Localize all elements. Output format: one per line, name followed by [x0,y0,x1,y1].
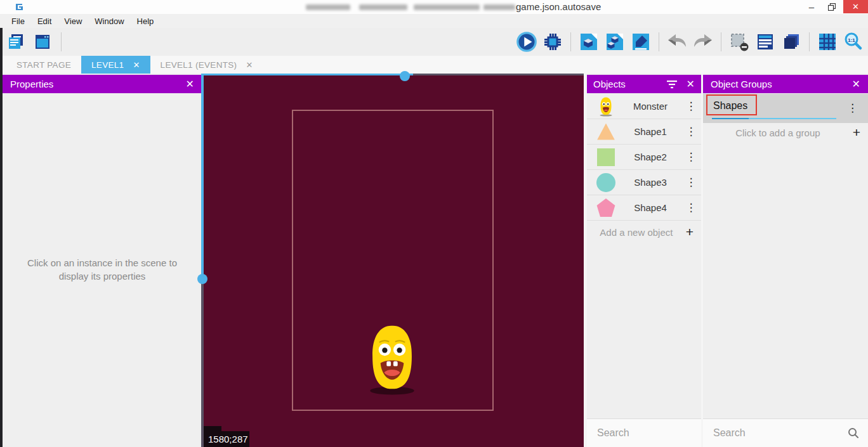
triangle-thumbnail-icon [596,122,616,142]
open-properties-panel-icon[interactable] [630,31,652,53]
input-underline [712,118,749,119]
objects-search-bar [587,418,701,447]
object-groups-close-icon[interactable]: ✕ [852,78,860,90]
objects-close-icon[interactable]: ✕ [687,78,695,90]
group-name-edit-row: ⋮ [703,94,868,123]
window-title: game.json.autosave [516,1,601,12]
groups-search-input[interactable] [703,427,848,439]
add-group-button[interactable]: Click to add a group + [703,123,868,142]
input-underline [749,118,836,119]
search-icon [848,427,859,439]
object-name: Shape2 [616,152,685,162]
object-menu-icon[interactable]: ⋮ [685,201,697,214]
gdevelop-logo-icon [14,2,24,12]
plus-icon: + [686,224,694,240]
objects-panel-title: Objects [593,79,626,89]
object-row-shape1[interactable]: Shape1 ⋮ [587,119,701,145]
horizontal-scrollbar-handle[interactable] [400,71,410,81]
cursor-coordinates-step [204,426,221,431]
debugger-icon[interactable] [542,31,563,53]
redo-icon[interactable] [692,31,714,53]
cursor-coordinates: 1580;287 [204,431,249,447]
object-row-shape3[interactable]: Shape3 ⋮ [587,170,701,195]
toolbar-divider [570,32,571,51]
object-name: Shape1 [616,126,685,137]
menu-window[interactable]: Window [88,15,130,27]
minimize-button[interactable]: – [801,0,822,13]
tab-start-page[interactable]: START PAGE [6,56,81,74]
menu-view[interactable]: View [58,15,88,27]
object-name: Shape4 [616,202,685,213]
clear-selection-icon[interactable] [728,31,750,53]
objects-panel-header: Objects ✕ [587,75,701,93]
toolbar-divider [721,32,721,51]
zoom-original-icon[interactable]: 1:1 [843,31,864,53]
menu-edit[interactable]: Edit [31,15,58,27]
properties-close-icon[interactable]: ✕ [186,78,194,90]
add-new-object-button[interactable]: Add a new object + [587,221,701,243]
grid-icon[interactable] [817,31,838,53]
tutorial-highlight-box [706,94,757,115]
objects-panel: Objects ✕ Monster ⋮ [587,74,701,447]
object-groups-panel-title: Object Groups [711,79,772,89]
pentagon-thumbnail-icon [596,198,616,218]
horizontal-scrollbar[interactable] [204,74,413,75]
object-groups-panel-header: Object Groups ✕ [703,75,868,93]
object-row-shape2[interactable]: Shape2 ⋮ [587,145,701,170]
gdevelop-window: game.json.autosave – ✕ File Edit View Wi… [0,0,868,447]
tab-level1[interactable]: LEVEL1 ✕ [81,56,150,74]
tab-level1-close-icon[interactable]: ✕ [133,60,140,70]
undo-icon[interactable] [666,31,688,53]
tab-level1-events[interactable]: LEVEL1 (EVENTS) ✕ [150,56,263,74]
object-name: Shape3 [616,177,685,188]
restore-icon [828,3,836,11]
restore-button[interactable] [821,0,843,13]
filter-icon[interactable] [666,80,678,89]
redacted-title-text [483,4,515,10]
play-preview-icon[interactable] [516,31,537,53]
circle-thumbnail-icon [596,172,616,193]
monster-instance[interactable] [364,322,420,396]
layers-icon[interactable] [780,31,802,53]
vertical-scrollbar-handle[interactable] [197,274,207,284]
toolbar: 1:1 [0,28,868,56]
instances-list-icon[interactable] [754,31,776,53]
properties-panel: Properties ✕ Click on an instance in the… [3,74,202,447]
open-objects-panel-icon[interactable] [578,31,600,53]
toolbar-divider [809,32,810,51]
properties-panel-title: Properties [10,79,53,89]
plus-icon: + [853,125,860,140]
title-bar: game.json.autosave – ✕ [0,0,868,14]
properties-panel-header: Properties ✕ [3,75,202,93]
properties-empty-message: Click on an instance in the scene to dis… [13,256,192,283]
horizontal-scrollbar[interactable] [413,74,584,75]
toolbar-divider [61,32,62,51]
menu-help[interactable]: Help [131,15,161,27]
redacted-title-text [306,4,350,10]
object-menu-icon[interactable]: ⋮ [685,176,697,189]
menu-bar: File Edit View Window Help [0,14,868,28]
open-object-groups-panel-icon[interactable] [604,31,626,53]
object-menu-icon[interactable]: ⋮ [685,125,697,138]
object-menu-icon[interactable]: ⋮ [685,150,697,164]
groups-search-bar [703,418,868,447]
tab-level1-events-close-icon[interactable]: ✕ [246,60,253,70]
svg-text:1:1: 1:1 [848,37,855,43]
object-menu-icon[interactable]: ⋮ [685,100,697,113]
redacted-title-text [414,4,480,10]
redacted-title-text [359,4,407,10]
start-page-icon[interactable] [32,31,53,53]
object-row-shape4[interactable]: Shape4 ⋮ [587,195,701,221]
close-button[interactable]: ✕ [843,0,868,13]
menu-file[interactable]: File [5,15,31,27]
toolbar-divider [659,32,659,51]
object-groups-panel: Object Groups ✕ ⋮ Click to add a group + [703,74,868,447]
object-row-monster[interactable]: Monster ⋮ [587,94,701,119]
square-thumbnail-icon [596,147,616,167]
project-manager-icon[interactable] [5,31,27,53]
vertical-scrollbar[interactable] [201,283,204,447]
monster-thumbnail-icon [596,96,616,117]
vertical-scrollbar[interactable] [201,74,204,283]
group-menu-icon[interactable]: ⋮ [847,101,858,115]
object-name: Monster [616,101,685,112]
